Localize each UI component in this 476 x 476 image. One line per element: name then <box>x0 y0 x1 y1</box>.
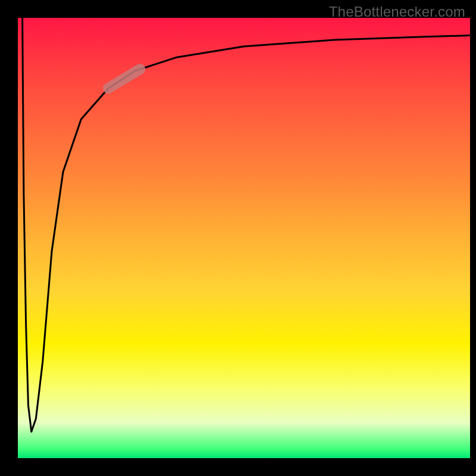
chart-frame: TheBottlenecker.com <box>0 0 476 476</box>
highlight-pill <box>108 69 140 88</box>
bottleneck-curve <box>23 18 470 432</box>
curve-svg <box>18 18 470 458</box>
plot-area <box>18 18 470 458</box>
